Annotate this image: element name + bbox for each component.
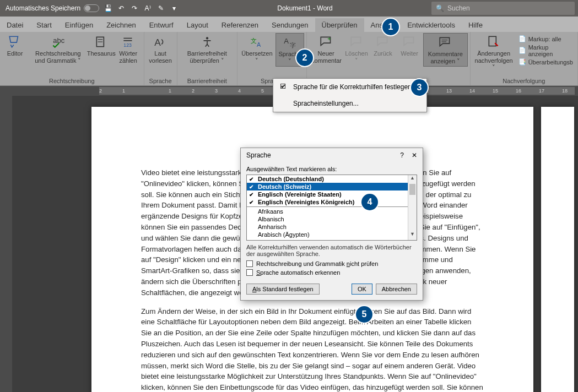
annotation-badge-1: 1	[382, 19, 399, 35]
search-icon: 🔍	[436, 4, 444, 12]
editor-button[interactable]: Editor	[2, 33, 28, 59]
svg-point-8	[206, 37, 208, 39]
search-placeholder: Suchen	[447, 4, 470, 12]
proofing-icon: 🗹	[280, 83, 289, 91]
body-paragraph[interactable]: Zum Ändern der Weise, in der sich ein Bi…	[141, 306, 484, 392]
qat-more-icon[interactable]: ▾	[170, 4, 179, 13]
spelling-grammar-button[interactable]: abcRechtschreibung und Grammatik ˅	[29, 33, 88, 66]
toggle-switch-off[interactable]	[84, 4, 99, 12]
language-listbox[interactable]: ✔Deutsch (Deutschland)✔Deutsch (Schweiz)…	[246, 175, 417, 241]
svg-text:文: 文	[251, 37, 257, 44]
language-option[interactable]: ✔Englisch (Vereinigtes Königreich)	[247, 198, 417, 206]
track-changes-button[interactable]: Änderungen nachverfolgen ˅	[473, 33, 515, 73]
svg-text:123: 123	[123, 42, 132, 48]
svg-text:A: A	[284, 37, 289, 45]
autosave-toggle[interactable]: Automatisches Speichern	[6, 4, 99, 12]
redo-icon[interactable]: ↷	[130, 4, 139, 13]
annotation-badge-2: 2	[296, 50, 313, 66]
language-dialog: Sprache ? ✕ Ausgewählten Text markieren …	[240, 148, 423, 301]
title-bar: Automatisches Speichern 💾 ↶ ↷ A⁾ ✎ ▾ Dok…	[0, 0, 578, 17]
group-label-speech: Sprache	[147, 77, 175, 85]
language-dropdown-menu: 🗹Sprache für die Korrekturhilfen festleg…	[273, 78, 427, 112]
svg-text:A: A	[257, 41, 261, 48]
tab-hilfe[interactable]: Hilfe	[462, 18, 489, 32]
delete-comment-button[interactable]: Löschen ˅	[344, 33, 369, 66]
language-preferences-item[interactable]: Spracheinstellungen...	[273, 95, 426, 112]
tab-start[interactable]: Start	[30, 18, 58, 32]
detect-language-checkbox[interactable]: Sprache automatisch erkennen	[246, 269, 417, 276]
help-icon[interactable]: ?	[400, 151, 404, 159]
tab-sendungen[interactable]: Sendungen	[265, 18, 315, 32]
language-option[interactable]: ✔Deutsch (Schweiz)	[247, 183, 417, 190]
annotation-badge-5: 5	[356, 306, 372, 323]
dialog-label: Ausgewählten Text markieren als:	[246, 166, 417, 172]
ribbon-tabs: DateiStartEinfügenZeichnenEntwurfLayoutR…	[0, 17, 578, 32]
tab-zeichnen[interactable]: Zeichnen	[100, 18, 142, 32]
show-markup-dropdown[interactable]: 📄Markup anzeigen	[518, 44, 573, 57]
svg-text:字: 字	[290, 42, 296, 48]
reviewing-pane-dropdown[interactable]: 📑Überarbeitungsb	[518, 58, 573, 66]
svg-rect-16	[489, 36, 496, 46]
language-option[interactable]: Arabisch (Ägypten)	[247, 231, 417, 238]
tab-layout[interactable]: Layout	[180, 18, 215, 32]
group-label-tracking: Nachverfolgung	[473, 77, 575, 85]
tab-datei[interactable]: Datei	[0, 18, 30, 32]
svg-text:+: +	[327, 35, 331, 42]
undo-icon[interactable]: ↶	[117, 4, 126, 13]
language-option[interactable]: ✔Deutsch (Deutschland)	[247, 175, 417, 183]
language-option[interactable]: Afrikaans	[247, 208, 417, 215]
tab-entwicklertools[interactable]: Entwicklertools	[401, 18, 462, 32]
tab-entwurf[interactable]: Entwurf	[143, 18, 180, 32]
dialog-title: Sprache	[246, 151, 271, 159]
new-comment-button[interactable]: +Neuer Kommentar	[309, 33, 343, 66]
annotation-badge-3: 3	[411, 79, 428, 96]
annotation-badge-4: 4	[361, 194, 378, 210]
markup-display-dropdown[interactable]: 📄Markup: alle	[518, 35, 573, 43]
cancel-button[interactable]: Abbrechen	[376, 284, 417, 295]
scroll-down-icon[interactable]: ▼	[408, 231, 417, 240]
scroll-up-icon[interactable]: ▲	[408, 175, 417, 184]
tab-referenzen[interactable]: Referenzen	[215, 18, 265, 32]
read-aloud-button[interactable]: ALaut vorlesen	[147, 33, 175, 66]
save-icon[interactable]: 💾	[104, 4, 112, 13]
window-title: Dokument1 - Word	[179, 4, 431, 12]
show-comments-button[interactable]: Kommentare anzeigen ˅	[423, 33, 468, 67]
thesaurus-button[interactable]: Thesaurus	[89, 33, 114, 59]
prev-comment-button[interactable]: Zurück	[370, 33, 396, 59]
word-count-button[interactable]: 123Wörter zählen	[115, 33, 142, 66]
accessibility-button[interactable]: Barrierefreiheit überprüfen ˅	[180, 33, 235, 66]
tab-einfügen[interactable]: Einfügen	[58, 18, 100, 32]
vertical-ruler[interactable]	[0, 96, 12, 392]
group-label-spelling: Rechtschreibung	[2, 77, 142, 85]
set-proofing-language-item[interactable]: 🗹Sprache für die Korrekturhilfen festleg…	[273, 79, 426, 95]
listbox-scrollbar[interactable]: ▲ ▼	[408, 175, 417, 240]
tab-überprüfen[interactable]: Überprüfen	[315, 18, 364, 32]
svg-text:A: A	[154, 37, 161, 48]
set-default-button[interactable]: Als Standard festlegen	[246, 284, 320, 295]
search-box[interactable]: 🔍 Suchen	[431, 2, 575, 15]
close-icon[interactable]: ✕	[412, 151, 417, 159]
language-option[interactable]: Amharisch	[247, 223, 417, 231]
touch-icon[interactable]: ✎	[156, 4, 165, 13]
scroll-thumb[interactable]	[409, 184, 415, 195]
document-page-next[interactable]	[541, 107, 574, 392]
translate-button[interactable]: 文AÜbersetzen ˅	[240, 33, 274, 66]
ok-button[interactable]: OK	[352, 284, 372, 295]
language-option[interactable]: Albanisch	[247, 215, 417, 223]
next-comment-button[interactable]: Weiter	[397, 33, 422, 59]
dialog-note: Alle Korrekturhilfen verwenden automatis…	[246, 244, 417, 257]
readaloud-icon[interactable]: A⁾	[143, 4, 152, 13]
language-option[interactable]: ✔Englisch (Vereinigte Staaten)	[247, 190, 417, 198]
do-not-check-checkbox[interactable]: Rechtschreibung und Grammatik nicht prüf…	[246, 260, 417, 267]
group-label-accessibility: Barrierefreiheit	[180, 77, 235, 85]
